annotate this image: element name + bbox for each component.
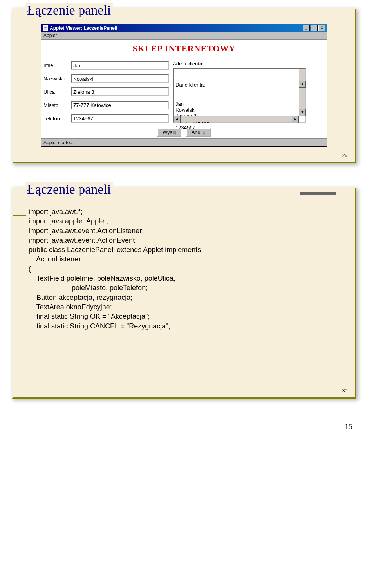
- label-telefon: Telefon: [43, 116, 71, 122]
- slide-1-title: Łączenie paneli: [25, 3, 113, 17]
- label-miasto: Miasto: [43, 102, 71, 108]
- field-telefon[interactable]: 1234567: [71, 114, 169, 123]
- scroll-down-icon[interactable]: ▼: [299, 109, 306, 116]
- label-nazwisko: Nazwisko: [43, 76, 71, 82]
- left-marker: [13, 215, 26, 216]
- code-block: import java.awt.*; import java.applet.Ap…: [29, 207, 343, 331]
- label-imie: Imie: [43, 62, 71, 68]
- field-nazwisko[interactable]: Kowalski: [71, 74, 169, 83]
- scroll-up-icon[interactable]: ▲: [299, 81, 306, 88]
- menu-applet[interactable]: Applet: [43, 33, 57, 38]
- maximize-button[interactable]: □: [311, 25, 318, 31]
- shop-title: SKLEP INTERNETOWY: [43, 44, 325, 54]
- menubar: Applet: [41, 32, 327, 40]
- applet-viewer-window: ☕ Applet Viewer: LaczeniePaneli _ □ × Ap…: [41, 24, 327, 147]
- slide-2-number: 30: [342, 388, 347, 394]
- page-number: 15: [12, 422, 364, 431]
- slide-2-title: Łączenie paneli: [25, 182, 113, 196]
- form-right: Adres klienta: Dane klienta: Jan Kowalsk…: [173, 61, 325, 123]
- label-ulica: Ulica: [43, 89, 71, 95]
- close-button[interactable]: ×: [318, 25, 325, 31]
- scrollbar-vertical[interactable]: ▲ ▼: [299, 69, 305, 116]
- dane-klienta-textarea[interactable]: Dane klienta: Jan Kowalski Zielona 3 77-…: [173, 68, 306, 123]
- form-left: Imie Jan Nazwisko Kowalski Ulica Zielona…: [43, 61, 169, 123]
- slide-1: Łączenie paneli ☕ Applet Viewer: Laczeni…: [12, 8, 356, 163]
- window-titlebar: ☕ Applet Viewer: LaczeniePaneli _ □ ×: [41, 24, 327, 32]
- scrollbar-horizontal[interactable]: ◄ ►: [174, 116, 299, 122]
- slide-1-number: 29: [342, 153, 347, 158]
- field-miasto[interactable]: 77-777 Katowice: [71, 101, 169, 109]
- minimize-button[interactable]: _: [303, 25, 310, 31]
- scroll-right-icon[interactable]: ►: [292, 116, 299, 123]
- field-imie[interactable]: Jan: [71, 61, 169, 70]
- scroll-left-icon[interactable]: ◄: [174, 116, 181, 123]
- window-title-text: Applet Viewer: LaczeniePaneli: [50, 25, 118, 31]
- java-icon: ☕: [43, 25, 48, 31]
- label-dane-klienta: Dane klienta:: [175, 82, 303, 88]
- label-adres-klienta: Adres klienta:: [173, 61, 204, 67]
- field-ulica[interactable]: Zielona 3: [71, 87, 169, 96]
- slide-2: Łączenie paneli import java.awt.*; impor…: [12, 187, 356, 399]
